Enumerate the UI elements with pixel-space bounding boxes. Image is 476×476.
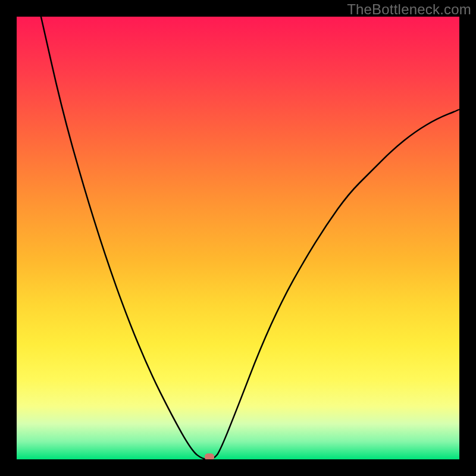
watermark-text: TheBottleneck.com xyxy=(347,1,471,18)
optimal-point-marker xyxy=(205,453,214,459)
chart-frame: TheBottleneck.com xyxy=(0,0,476,476)
bottleneck-curve xyxy=(17,17,459,459)
plot-area xyxy=(17,17,459,459)
